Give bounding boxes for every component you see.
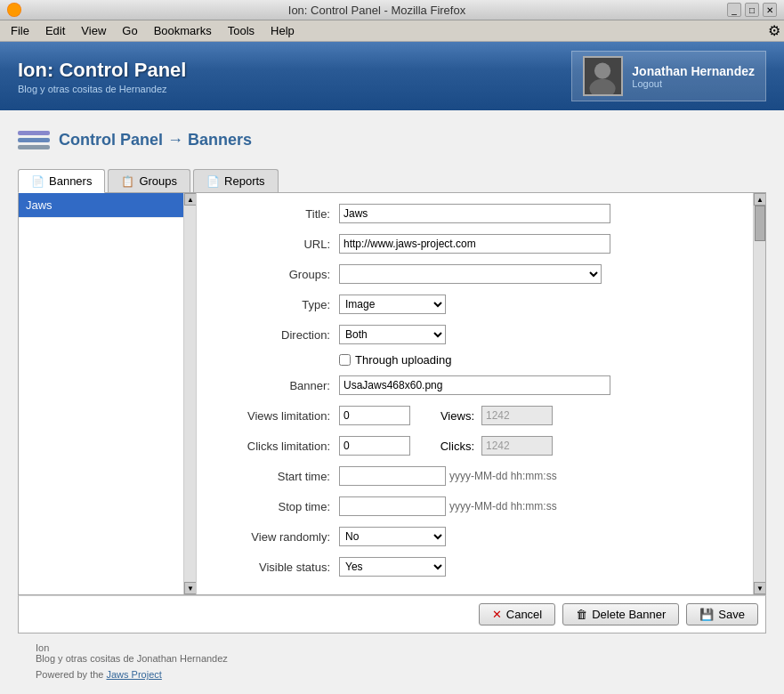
button-bar: ✕ Cancel 🗑 Delete Banner 💾 Save [18,595,766,633]
save-button[interactable]: 💾 Save [686,603,758,625]
footer-line1: Ion [36,642,748,653]
menu-go[interactable]: Go [115,22,144,39]
clicks-value [481,436,553,456]
menu-file[interactable]: File [4,22,36,39]
logout-link[interactable]: Logout [632,78,755,89]
footer-powered-by: Powered by the Jaws Project [36,669,748,680]
gear-icon[interactable]: ⚙ [768,22,780,39]
scroll-thumb[interactable] [755,206,765,241]
visible-status-select[interactable]: Yes No [339,557,446,577]
menu-help[interactable]: Help [263,22,302,39]
type-row: Type: Image Flash HTML [210,293,752,316]
breadcrumb: Control Panel → Banners [18,124,766,156]
avatar [583,56,623,96]
footer-line2: Blog y otras cositas de Jonathan Hernand… [36,653,748,664]
banner-list-inner: Jaws [19,193,196,594]
powered-by-text: Powered by the [36,669,107,680]
groups-row: Groups: [210,262,752,286]
views-value [481,406,553,425]
close-button[interactable]: ✕ [763,3,777,17]
menu-tools[interactable]: Tools [221,22,262,39]
list-scroll-up-button[interactable]: ▲ [184,193,197,206]
url-row: URL: [210,232,752,255]
title-row: Title: [210,202,752,225]
list-scrollbar: ▲ ▼ [183,193,196,594]
user-info: Jonathan Hernandez Logout [632,64,755,89]
views-limitation-row: Views limitation: Views: [210,404,752,427]
banner-row: Banner: [210,374,752,397]
url-input[interactable] [339,234,610,254]
scroll-track [754,206,765,582]
app-title: Ion: Control Panel [18,59,186,82]
browser-title: Ion: Control Panel - Mozilla Firefox [27,4,727,17]
delete-banner-button[interactable]: 🗑 Delete Banner [562,603,679,625]
browser-controls[interactable]: _ □ ✕ [727,3,777,17]
views-limitation-input[interactable] [339,406,410,425]
through-uploading-label: Through uploading [355,353,451,367]
type-label: Type: [210,298,339,311]
app-title-area: Ion: Control Panel Blog y otras cositas … [18,59,186,94]
tab-banners-label: Banners [49,174,92,188]
direction-label: Direction: [210,328,339,342]
tab-reports[interactable]: 📄 Reports [193,169,279,192]
tab-groups-label: Groups [139,174,177,188]
through-uploading-row: Through uploading [210,353,752,367]
delete-label: Delete Banner [592,608,666,621]
scroll-up-button[interactable]: ▲ [754,193,765,206]
view-randomly-label: View randomly: [210,530,339,544]
cancel-button[interactable]: ✕ Cancel [479,603,555,625]
menu-bookmarks[interactable]: Bookmarks [147,22,219,39]
content-area: Jaws ▲ ▼ Title: URL: Groups: [18,193,766,595]
form-scrollbar: ▲ ▼ [753,193,765,594]
groups-tab-icon: 📋 [121,175,134,188]
jaws-project-link[interactable]: Jaws Project [107,669,162,680]
tab-reports-label: Reports [224,174,265,188]
start-time-label: Start time: [210,470,339,483]
list-scroll-down-button[interactable]: ▼ [184,582,197,594]
menu-bar: File Edit View Go Bookmarks Tools Help ⚙ [0,20,784,42]
menu-view[interactable]: View [74,22,113,39]
direction-select[interactable]: Both Horizontal Vertical [339,325,446,344]
start-time-row: Start time: yyyy-MM-dd hh:mm:ss [210,464,752,488]
views-label: Views: [410,409,481,423]
url-label: URL: [210,238,339,251]
banners-tab-icon: 📄 [31,175,44,188]
start-time-input[interactable] [339,466,446,486]
visible-status-label: Visible status: [210,561,339,574]
views-limitation-label: Views limitation: [210,409,339,423]
clicks-limitation-row: Clicks limitation: Clicks: [210,434,752,457]
browser-title-bar: Ion: Control Panel - Mozilla Firefox _ □… [0,0,784,20]
stop-time-row: Stop time: yyyy-MM-dd hh:mm:ss [210,495,752,518]
svg-point-1 [594,62,610,78]
breadcrumb-icon [18,124,50,156]
tab-groups[interactable]: 📋 Groups [108,169,190,192]
form-area: Title: URL: Groups: Type: Image [197,193,765,594]
minimize-button[interactable]: _ [727,3,741,17]
banner-item[interactable]: Jaws [19,193,196,218]
view-randomly-row: View randomly: No Yes [210,525,752,548]
reports-tab-icon: 📄 [206,175,220,188]
title-label: Title: [210,207,339,221]
app-subtitle: Blog y otras cositas de Hernandez [18,84,186,94]
direction-row: Direction: Both Horizontal Vertical [210,323,752,346]
through-uploading-checkbox[interactable] [339,354,351,366]
page-footer: Ion Blog y otras cositas de Jonathan Her… [18,633,766,689]
cancel-icon: ✕ [492,608,502,621]
visible-status-row: Visible status: Yes No [210,555,752,578]
view-randomly-select[interactable]: No Yes [339,527,446,546]
scroll-down-button[interactable]: ▼ [754,582,765,594]
title-input[interactable] [339,204,610,223]
breadcrumb-text: Control Panel → Banners [59,131,252,149]
groups-label: Groups: [210,268,339,281]
stop-time-label: Stop time: [210,500,339,513]
clicks-limitation-input[interactable] [339,436,410,456]
banner-input[interactable] [339,375,610,395]
menu-edit[interactable]: Edit [38,22,72,39]
type-select[interactable]: Image Flash HTML [339,295,446,314]
maximize-button[interactable]: □ [745,3,759,17]
groups-select[interactable] [339,264,602,284]
start-time-hint: yyyy-MM-dd hh:mm:ss [446,470,557,482]
stop-time-input[interactable] [339,496,446,516]
tab-banners[interactable]: 📄 Banners [18,169,105,193]
page-body: Control Panel → Banners 📄 Banners 📋 Grou… [0,110,784,694]
